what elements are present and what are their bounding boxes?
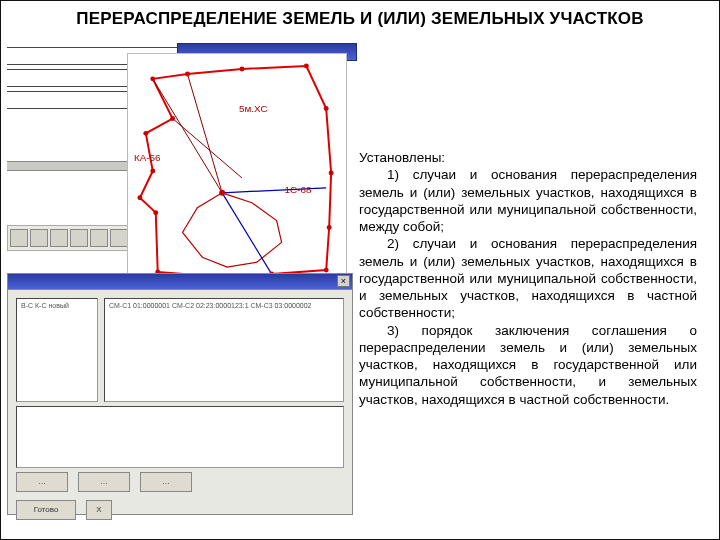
svg-point-18: [150, 169, 155, 174]
svg-point-5: [150, 76, 155, 81]
svg-point-20: [170, 116, 175, 121]
dialog-window: × В-С К-С новый СМ-С1 01:0000001 СМ-С2 0…: [7, 273, 353, 515]
svg-point-12: [324, 268, 329, 273]
text-item-2: 2) случаи и основания перераспределения …: [359, 235, 697, 321]
body-text: Установлены: 1) случаи и основания перер…: [359, 149, 711, 408]
svg-point-19: [143, 131, 148, 136]
slide: ПЕРЕРАСПРЕДЕЛЕНИЕ ЗЕМЕЛЬ И (ИЛИ) ЗЕМЕЛЬН…: [0, 0, 720, 540]
dialog-titlebar[interactable]: ×: [8, 274, 352, 290]
map-label-c: 1С-68: [285, 184, 312, 195]
dialog-button[interactable]: …: [16, 472, 68, 492]
dialog-button[interactable]: …: [140, 472, 192, 492]
close-icon[interactable]: ×: [337, 275, 350, 287]
svg-point-17: [137, 195, 142, 200]
map-vertices: [137, 64, 333, 280]
svg-point-21: [219, 190, 225, 196]
cadastral-map: КА-56 5м.ΧС 1С-68: [127, 53, 347, 293]
svg-line-0: [153, 79, 222, 193]
toolbar-button[interactable]: [10, 229, 28, 247]
svg-line-4: [222, 193, 272, 274]
dialog-button[interactable]: …: [78, 472, 130, 492]
svg-point-7: [239, 66, 244, 71]
svg-point-6: [185, 71, 190, 76]
toolbar-button[interactable]: [30, 229, 48, 247]
svg-point-11: [327, 225, 332, 230]
dialog-list-left[interactable]: В-С К-С новый: [16, 298, 98, 402]
left-illustration: КА-56 5м.ΧС 1С-68 × В-С К-С новый СМ-С1 …: [7, 43, 355, 525]
toolbar-button[interactable]: [110, 229, 128, 247]
dialog-list-right[interactable]: СМ-С1 01:0000001 СМ-С2 02:23:0000123:1 С…: [104, 298, 344, 402]
toolbar-button[interactable]: [50, 229, 68, 247]
page-title: ПЕРЕРАСПРЕДЕЛЕНИЕ ЗЕМЕЛЬ И (ИЛИ) ЗЕМЕЛЬН…: [1, 9, 719, 29]
text-lead: Установлены:: [359, 149, 697, 166]
map-svg: КА-56 5м.ΧС 1С-68: [128, 54, 346, 292]
text-item-3: 3) порядок заключения соглашения о перер…: [359, 322, 697, 408]
svg-point-16: [153, 210, 158, 215]
dialog-cancel-button[interactable]: Х: [86, 500, 112, 520]
dialog-ok-button[interactable]: Готово: [16, 500, 76, 520]
dialog-input[interactable]: [16, 406, 344, 468]
map-label-b: 5м.ΧС: [239, 103, 268, 114]
svg-point-10: [329, 171, 334, 176]
svg-point-9: [324, 106, 329, 111]
map-label-a: КА-56: [134, 152, 161, 163]
toolbar-button[interactable]: [70, 229, 88, 247]
toolbar-button[interactable]: [90, 229, 108, 247]
parcel-outer-poly: [140, 66, 331, 277]
text-item-1: 1) случаи и основания перераспределения …: [359, 166, 697, 235]
svg-point-8: [304, 64, 309, 69]
svg-line-1: [187, 74, 222, 193]
